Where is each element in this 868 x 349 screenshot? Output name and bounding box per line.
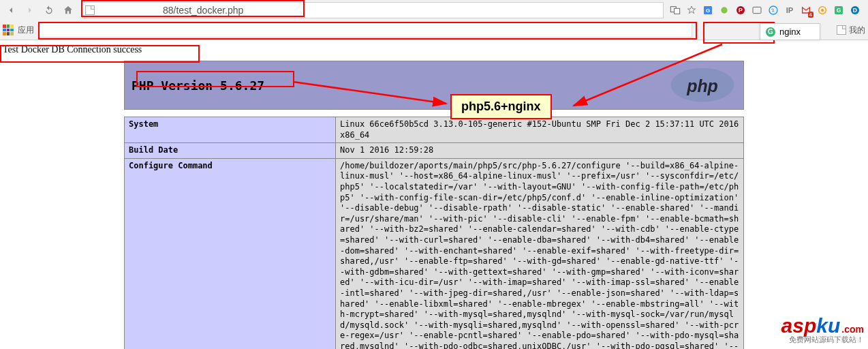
row-val: /home/buildozer/aports/main/php5/src/php… (336, 158, 744, 349)
star-icon[interactable] (685, 4, 698, 16)
php-logo: php (668, 67, 737, 104)
row-key: System (125, 117, 336, 143)
ip-icon[interactable]: IP (784, 4, 796, 16)
translate-icon[interactable] (669, 4, 681, 16)
gmail-icon[interactable]: 4 (800, 4, 812, 16)
table-row: Build Date Nov 1 2016 12:59:28 (125, 143, 744, 159)
row-val: Nov 1 2016 12:59:28 (336, 143, 744, 159)
page-icon (85, 5, 95, 15)
nav-row: 88/test_docker.php G P IP 4 G D (0, 0, 868, 20)
bookmark-search-bar[interactable] (38, 22, 692, 37)
toolbar-icons: G P IP 4 G D (669, 4, 865, 16)
back-button[interactable] (3, 2, 19, 18)
watermark-ku: ku (816, 314, 840, 337)
tooltip-text: nginx (779, 27, 801, 37)
ext-icon-1[interactable] (751, 4, 763, 16)
svg-point-10 (821, 9, 824, 12)
browser-chrome: 88/test_docker.php G P IP 4 G D 应用 G ngi… (0, 0, 868, 40)
watermark-asp: asp (781, 314, 817, 337)
svg-text:php: php (686, 76, 718, 95)
svg-point-4 (721, 7, 727, 13)
google-ext-icon[interactable]: G (702, 4, 714, 16)
home-button[interactable] (60, 2, 76, 18)
db-connection-message: Test Docker DB Connection success (3, 44, 865, 55)
page-body: Test Docker DB Connection success PHP Ve… (0, 40, 868, 349)
svg-text:G: G (837, 7, 841, 14)
svg-rect-1 (675, 8, 680, 14)
row-val: Linux 66ce6f50b5cd 3.13.0-105-generic #1… (336, 117, 744, 143)
annotation-center-label: php5.6+nginx (450, 94, 552, 119)
phpinfo-section: PHP Version 5.6.27 php System Linux 66ce… (124, 61, 744, 349)
php-version-label: PHP Version 5.6.27 (131, 78, 264, 93)
svg-text:G: G (706, 7, 710, 14)
d-ext-icon[interactable]: D (849, 4, 861, 16)
orange-circle-icon[interactable] (816, 4, 828, 16)
phpinfo-header: PHP Version 5.6.27 php (124, 61, 744, 110)
green-dot-icon[interactable] (718, 4, 730, 16)
apps-grid-icon[interactable] (3, 25, 14, 35)
sogou-icon[interactable] (767, 4, 779, 16)
apps-label[interactable]: 应用 (18, 25, 34, 36)
row-key: Configure Command (125, 158, 336, 349)
forward-button[interactable] (22, 2, 38, 18)
watermark-com: .com (841, 324, 864, 335)
pinterest-icon[interactable]: P (734, 4, 747, 16)
grammarly-icon[interactable]: G (833, 4, 845, 16)
row-key: Build Date (125, 143, 336, 159)
tooltip-g-icon: G (766, 27, 775, 37)
svg-rect-7 (753, 7, 761, 13)
address-bar[interactable]: 88/test_docker.php (82, 2, 664, 18)
watermark-sub: 免费网站源码下载站！ (781, 335, 864, 345)
phpinfo-table: System Linux 66ce6f50b5cd 3.13.0-105-gen… (124, 117, 744, 349)
folder-icon (837, 25, 846, 35)
svg-text:P: P (739, 7, 743, 14)
reload-button[interactable] (41, 2, 57, 18)
url-path: 88/test_docker.php (163, 5, 243, 16)
table-row: Configure Command /home/buildozer/aports… (125, 158, 744, 349)
table-row: System Linux 66ce6f50b5cd 3.13.0-105-gen… (125, 117, 744, 143)
watermark: aspku.com 免费网站源码下载站！ (781, 314, 864, 345)
svg-text:D: D (853, 7, 857, 14)
other-bookmarks[interactable]: 我的 (837, 25, 865, 36)
url-host-hidden (95, 5, 163, 15)
nginx-tooltip: G nginx (760, 23, 820, 40)
bookmark-row: 应用 G nginx 我的 (0, 20, 868, 40)
